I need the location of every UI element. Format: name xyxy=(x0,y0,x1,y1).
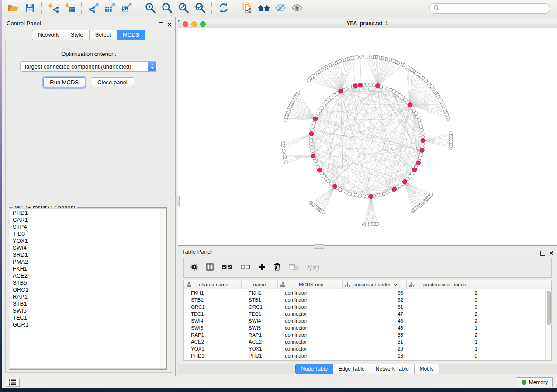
cell-name[interactable]: ACE2 xyxy=(242,339,278,344)
mcds-result-item[interactable]: STB5 xyxy=(10,279,166,286)
cell-successor-nodes[interactable]: 18 xyxy=(343,353,407,358)
cell-successor-nodes[interactable]: 31 xyxy=(343,339,407,344)
cell-successor-nodes[interactable]: 61 xyxy=(343,304,407,309)
cell-shared-name[interactable]: YOX1 xyxy=(184,346,242,351)
table-row[interactable]: SWI4SWI4dominator462 xyxy=(184,317,551,324)
column-header-name[interactable]: name xyxy=(242,280,278,289)
float-table-panel-icon[interactable] xyxy=(540,251,545,256)
add-column-button[interactable] xyxy=(258,263,266,272)
tab-motifs[interactable]: Motifs xyxy=(415,364,439,374)
hide-selected-button[interactable] xyxy=(273,1,287,17)
cell-mcds-role[interactable]: connector xyxy=(278,325,343,330)
close-panel-icon[interactable] xyxy=(167,21,172,28)
cell-shared-name[interactable]: RAP1 xyxy=(184,332,242,337)
run-mcds-button[interactable]: Run MCDS xyxy=(43,77,85,87)
delete-column-button[interactable] xyxy=(274,263,280,272)
cell-mcds-role[interactable]: dominator xyxy=(278,297,343,303)
cell-mcds-role[interactable]: dominator xyxy=(278,290,343,296)
cell-name[interactable]: ORC1 xyxy=(242,304,278,309)
cell-successor-nodes[interactable]: 46 xyxy=(343,318,407,323)
import-network-button[interactable] xyxy=(46,1,60,17)
cell-successor-nodes[interactable]: 35 xyxy=(343,332,407,337)
network-canvas[interactable] xyxy=(178,28,557,245)
column-header-shared-name[interactable]: shared name xyxy=(184,280,242,289)
tab-network[interactable]: Network xyxy=(32,30,65,40)
table-row[interactable]: PHD1PHD1dominator180 xyxy=(184,352,551,359)
optimization-criterion-select[interactable]: largest connected component (undirected) xyxy=(20,61,157,72)
open-file-button[interactable] xyxy=(6,1,20,17)
mcds-result-item[interactable]: STP4 xyxy=(10,224,166,230)
deselect-all-button[interactable] xyxy=(241,264,250,272)
vertical-splitter-handle[interactable] xyxy=(175,196,180,206)
result-list-scrollbar[interactable] xyxy=(160,209,166,368)
cell-successor-nodes[interactable]: 96 xyxy=(343,290,407,296)
cell-shared-name[interactable]: STB1 xyxy=(184,297,242,303)
cell-predecessor-nodes[interactable]: 2 xyxy=(407,311,481,316)
column-header-successor-nodes[interactable]: successor nodes xyxy=(343,280,407,289)
mcds-result-item[interactable]: FKH1 xyxy=(10,265,166,272)
mcds-result-item[interactable]: CAR1 xyxy=(10,217,166,224)
mcds-result-item[interactable]: PMA2 xyxy=(10,258,166,265)
table-row[interactable]: ACE2ACE2connector311 xyxy=(184,338,551,345)
show-all-button[interactable] xyxy=(290,1,304,17)
cell-shared-name[interactable]: FKH1 xyxy=(184,290,242,296)
cell-predecessor-nodes[interactable]: 2 xyxy=(407,290,481,296)
refresh-button[interactable] xyxy=(217,1,231,17)
float-panel-icon[interactable] xyxy=(159,22,163,27)
cell-successor-nodes[interactable]: 29 xyxy=(343,346,407,351)
cell-mcds-role[interactable]: connector xyxy=(278,339,343,344)
save-session-button[interactable] xyxy=(23,1,37,17)
cell-name[interactable]: SWI5 xyxy=(242,325,278,330)
tab-mcds[interactable]: MCDS xyxy=(117,30,145,40)
mcds-result-item[interactable]: SWI5 xyxy=(10,307,166,314)
column-visibility-button[interactable] xyxy=(206,263,214,272)
cell-name[interactable]: FKH1 xyxy=(242,290,278,296)
cell-mcds-role[interactable]: connector xyxy=(278,311,343,316)
first-neighbors-button[interactable] xyxy=(257,1,271,17)
tab-node-table[interactable]: Node Table xyxy=(295,364,333,374)
mcds-result-item[interactable]: TEC1 xyxy=(10,314,166,321)
cell-successor-nodes[interactable]: 47 xyxy=(343,311,407,316)
cell-predecessor-nodes[interactable]: 1 xyxy=(407,339,481,344)
cell-name[interactable]: PHD1 xyxy=(242,353,278,358)
task-history-button[interactable] xyxy=(6,378,20,387)
table-row[interactable]: ORC1ORC1dominator610 xyxy=(184,303,551,310)
settings-gear-button[interactable] xyxy=(190,263,198,272)
table-row[interactable]: TEC1TEC1connector472 xyxy=(184,310,551,317)
column-header-predecessor-nodes[interactable]: predecessor nodes xyxy=(407,280,481,289)
cell-shared-name[interactable]: PHD1 xyxy=(184,353,242,358)
close-table-panel-icon[interactable] xyxy=(549,249,554,257)
cell-mcds-role[interactable]: connector xyxy=(278,346,343,351)
mcds-result-item[interactable]: YOX1 xyxy=(10,237,166,244)
cell-shared-name[interactable]: ORC1 xyxy=(184,304,242,309)
zoom-fit-button[interactable] xyxy=(176,1,190,17)
cell-mcds-role[interactable]: dominator xyxy=(278,332,343,337)
zoom-in-button[interactable] xyxy=(143,1,157,17)
export-network-button[interactable] xyxy=(86,1,100,17)
column-header-mcds-role[interactable]: MCDS role xyxy=(278,280,343,289)
cell-mcds-role[interactable]: dominator xyxy=(278,318,343,323)
zoom-selected-button[interactable] xyxy=(193,1,207,17)
cell-name[interactable]: TEC1 xyxy=(242,311,278,316)
cell-predecessor-nodes[interactable]: 2 xyxy=(407,318,481,323)
tab-network-table[interactable]: Network Table xyxy=(370,364,415,374)
tab-select[interactable]: Select xyxy=(90,30,117,40)
cell-name[interactable]: SWI4 xyxy=(242,318,278,323)
table-row[interactable]: YOX1YOX1connector291 xyxy=(184,345,551,352)
mcds-result-item[interactable]: GCR1 xyxy=(10,321,166,328)
mcds-result-list[interactable]: PHD1CAR1STP4TID3YOX1SWI4SRD1PMA2FKH1ACE2… xyxy=(10,208,166,369)
export-table-button[interactable] xyxy=(103,1,117,17)
search-box[interactable] xyxy=(429,3,550,14)
cell-shared-name[interactable]: SWI5 xyxy=(184,325,242,330)
table-row[interactable]: FKH1FKH1dominator962 xyxy=(184,289,551,296)
mcds-result-item[interactable]: STB1 xyxy=(10,300,166,307)
close-panel-button[interactable]: Close panel xyxy=(91,77,134,87)
cell-name[interactable]: STB1 xyxy=(242,297,278,303)
table-scrollbar[interactable] xyxy=(545,289,551,360)
table-row[interactable]: STB1STB1dominator620 xyxy=(184,296,551,303)
mcds-result-item[interactable]: PHD1 xyxy=(10,210,166,217)
tab-style[interactable]: Style xyxy=(65,30,90,40)
cell-shared-name[interactable]: TEC1 xyxy=(184,311,242,316)
cell-predecessor-nodes[interactable]: 1 xyxy=(407,325,481,330)
cell-predecessor-nodes[interactable]: 0 xyxy=(407,353,481,358)
